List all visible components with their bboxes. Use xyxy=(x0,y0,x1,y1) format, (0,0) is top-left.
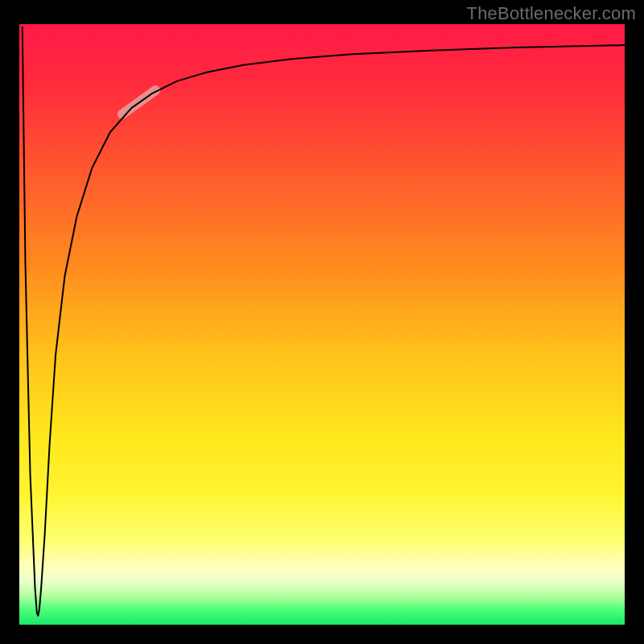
bottleneck-chart xyxy=(19,24,625,625)
attribution-text: TheBottlenecker.com xyxy=(467,3,636,24)
chart-frame: TheBottlenecker.com xyxy=(0,0,644,644)
plot-area xyxy=(19,24,625,625)
gradient-background xyxy=(19,24,625,625)
